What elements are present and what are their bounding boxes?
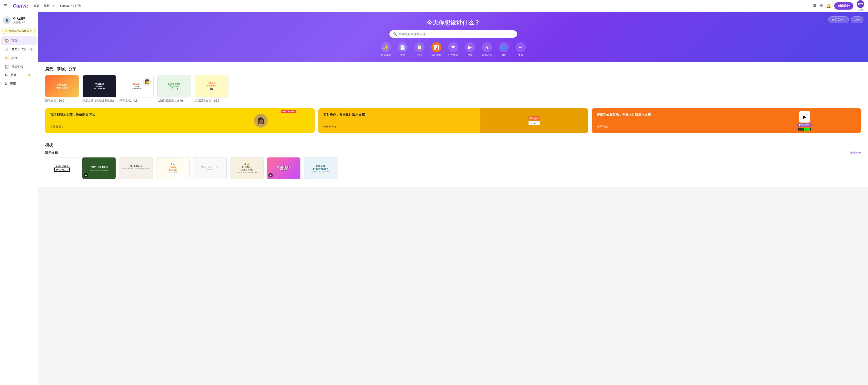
category-docs[interactable]: 📄 文档 (398, 42, 408, 57)
hero-search-bar[interactable]: 🔍 (390, 30, 517, 38)
featured-icon: ✨ (381, 42, 391, 52)
sidebar-item-magic[interactable]: ✨ 魔力工作室 1 (1, 45, 37, 53)
category-social[interactable]: ❤ 社交媒体 (448, 42, 458, 57)
presentation-icon: 📊 (431, 42, 441, 52)
design-card-brainstorm[interactable]: Bring Ideas Together 💡 → 💬 头脑风暴演示（16:9） (157, 75, 191, 103)
template-thumb-project: Project presentation Presented by Sandra… (304, 157, 337, 179)
promo-banners: 预录制演示文稿，先录制后演示 立即尝试 › RECORDING 👩🏾 实时协作，… (38, 108, 868, 138)
engage-thumb: Engage your audience 👩 (120, 75, 154, 97)
sidebar-item-home[interactable]: 🏠 首页 (1, 36, 37, 45)
user-label: 关闭 (858, 8, 863, 12)
template-card-pitch[interactable]: Pitch Deck NEW BUSINESS OPPORTUNITY — ——… (119, 157, 153, 180)
create-design-button[interactable]: 创建设计 (834, 2, 854, 9)
apps-icon: ⚙ (5, 82, 8, 86)
folder-icon: 📁 (5, 56, 9, 60)
monitor-icon[interactable]: 🖥 (813, 4, 816, 8)
video-icon: ▶ (465, 42, 475, 52)
design-card-engage[interactable]: Engage your audience 👩 演示文稿（4:3） (120, 75, 154, 103)
topnav-official[interactable]: Canva中文官网 (60, 4, 81, 8)
templates-section: 模板 演示文稿 查看全部 BUSINESS PROJECT (38, 138, 868, 187)
promo-recording-image: 👩🏾 (207, 108, 315, 133)
category-presentation[interactable]: 📊 演示文稿 (431, 42, 441, 57)
canva-logo[interactable]: Canva (13, 3, 28, 9)
sidebar-user: 👤 个人品牌 免费版·▲1 (0, 14, 38, 27)
chevron-right-icon-apps: › (33, 82, 33, 85)
docs-icon: 📄 (398, 42, 408, 52)
category-website-label: 网站 (501, 53, 506, 57)
template-card-word[interactable]: WORD LIST GAME ▶ (267, 157, 301, 180)
promo-recording-link-text: 立即尝试 (50, 125, 61, 129)
templates-header: 演示文稿 查看全部 (45, 151, 861, 155)
category-video[interactable]: ▶ 视频 (465, 42, 475, 57)
promo-effects[interactable]: 使用动效和音频，创建大片级演示文稿 立即尝试 › ▶ PRESENT 5.05 … (592, 108, 861, 133)
chevron-right-icon-brand: › (33, 74, 33, 77)
sidebar-label-brand: 品牌 (10, 73, 26, 77)
promo-collaborate[interactable]: 实时协作，共同设计演示文稿 一起创作 › Design Prese... (318, 108, 588, 133)
category-whiteboard[interactable]: 📋 白板 (414, 42, 425, 57)
sidebar-user-avatar: 👤 (3, 17, 11, 24)
sidebar-label-projects: 项目 (11, 56, 33, 60)
topnav-templates[interactable]: 模板中心 (44, 4, 56, 8)
custom-size-button[interactable]: 自定义大小 (828, 17, 849, 23)
sidebar-user-name: 个人品牌 (13, 17, 25, 21)
present-ease-text: Presentwith ease (56, 83, 68, 89)
template-thumb-word: WORD LIST GAME ▶ (267, 157, 301, 179)
category-more-label: 更多 (518, 53, 523, 57)
sidebar-item-templates[interactable]: 📋 模板中心 › (1, 62, 37, 71)
sidebar-item-apps[interactable]: ⚙ 应用 › (1, 80, 37, 88)
sidebar-item-projects[interactable]: 📁 项目 (1, 54, 37, 62)
category-website[interactable]: 🌐 网站 (499, 42, 509, 57)
trial-button[interactable]: ⭐ 免费试用高级版30天 (2, 28, 36, 34)
promo-collaborate-title: 实时协作，共同设计演示文稿 (323, 113, 466, 117)
menu-icon[interactable]: ☰ (4, 3, 7, 8)
present-anywhere-label: 演示文稿（移动设备优先） (83, 99, 115, 102)
design-card-present-anywhere[interactable]: PRESENTFROMANYWHERE 演示文稿（移动设备优先） (83, 75, 116, 103)
promo-recording[interactable]: 预录制演示文稿，先录制后演示 立即尝试 › RECORDING 👩🏾 (45, 108, 315, 133)
design-card-present-ease[interactable]: Presentwith ease 演示文稿（16:9） (45, 75, 79, 103)
promo-effects-title: 使用动效和音频，创建大片级演示文稿 (597, 113, 739, 117)
template-thumb-pitch: Pitch Deck NEW BUSINESS OPPORTUNITY — ——… (119, 157, 153, 179)
template-card-business[interactable]: BUSINESS PROJECT (45, 157, 79, 180)
search-icon: 🔍 (393, 32, 397, 36)
template-thumb-business: BUSINESS PROJECT (45, 157, 79, 179)
category-whiteboard-label: 白板 (417, 53, 422, 57)
template-card-daily[interactable]: ✿ ✿ Daily Agenda 2024 · 2025 (156, 157, 190, 180)
template-card-project[interactable]: Project presentation Presented by Sandra… (304, 157, 337, 180)
category-featured-label: 精选推荐 (381, 53, 391, 57)
promo-recording-title: 预录制演示文稿，先录制后演示 (50, 113, 193, 117)
user-avatar[interactable]: MW (857, 0, 864, 8)
template-icon: 📋 (5, 64, 9, 69)
category-more[interactable]: ••• 更多 (516, 42, 526, 57)
game-thumb: Play & Present 🎮 (195, 75, 228, 97)
sidebar-label-apps: 应用 (10, 82, 30, 86)
main-layout: 👤 个人品牌 免费版·▲1 ⭐ 免费试用高级版30天 🏠 首页 ✨ 魔力工作室 … (0, 12, 868, 385)
templates-subtitle: 演示文稿 (45, 151, 58, 155)
category-print-label: 印刷产品 (482, 53, 492, 57)
sidebar-item-brand[interactable]: 🏷 品牌 › (1, 71, 37, 79)
play-button-title[interactable]: ▶ (84, 173, 88, 178)
search-input[interactable] (399, 32, 514, 36)
design-card-game[interactable]: Play & Present 🎮 游戏演示文稿（16:9） (195, 75, 228, 103)
category-print[interactable]: 🖨 印刷产品 (482, 42, 492, 57)
promo-collaborate-link-text: 一起创作 (323, 125, 334, 129)
magic-badge: 1 (29, 48, 33, 51)
play-button-word[interactable]: ▶ (268, 173, 273, 178)
template-card-minimalist[interactable]: MINIMALIST (193, 157, 227, 180)
template-cards-list: BUSINESS PROJECT Your Title Here Add a s… (45, 157, 861, 180)
bell-icon[interactable]: 🔔 (826, 3, 831, 8)
category-featured[interactable]: ✨ 精选推荐 (381, 42, 391, 57)
template-thumb-title-here: Your Title Here Add a short description … (82, 157, 116, 179)
hero-top-buttons: 自定义大小 上传 (828, 17, 863, 23)
view-all-link[interactable]: 查看全部 (850, 151, 861, 155)
template-card-thesis[interactable]: 🌿 🌿 THESIS DEFENSE Powered by Muhammad F… (230, 157, 264, 180)
category-social-label: 社交媒体 (448, 53, 458, 57)
upload-button[interactable]: 上传 (851, 17, 863, 23)
category-docs-label: 文档 (400, 53, 405, 57)
brand-icon: 🏷 (5, 73, 8, 77)
settings-icon[interactable]: ⚙ (820, 3, 823, 8)
template-thumb-thesis: 🌿 🌿 THESIS DEFENSE Powered by Muhammad F… (230, 157, 264, 179)
category-video-label: 视频 (468, 53, 473, 57)
topnav-home[interactable]: 首页 (33, 4, 39, 8)
design-section-title: 展示、录制、分享 (45, 67, 861, 72)
template-card-title-here[interactable]: Your Title Here Add a short description … (82, 157, 116, 180)
